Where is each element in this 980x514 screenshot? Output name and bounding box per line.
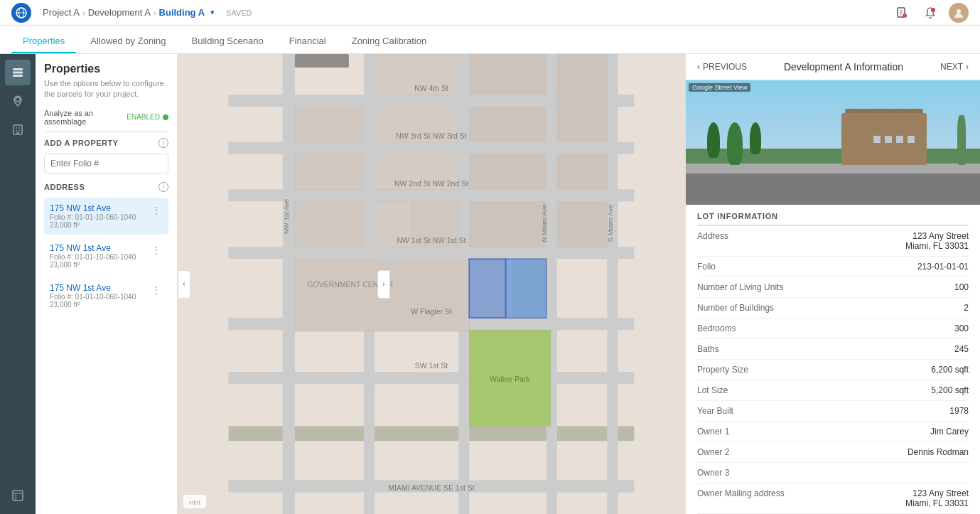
svg-rect-36	[546, 54, 557, 514]
svg-rect-39	[295, 154, 364, 189]
previous-label: PREVIOUS	[703, 62, 747, 72]
tab-allowed-zoning[interactable]: Allowed by Zoning	[79, 30, 177, 53]
hint-icon-btn[interactable]	[5, 483, 31, 508]
avatar[interactable]	[949, 3, 969, 23]
address-item-1-size: 23,000 ft²	[50, 261, 136, 269]
lot-row-folio: Folio 213-01-01-01	[697, 257, 969, 277]
divider-1	[44, 132, 168, 132]
address-item-0-menu[interactable]: ⋮	[150, 203, 163, 218]
building-dropdown-icon[interactable]: ▾	[210, 8, 215, 17]
address-item-0-content: 175 NW 1st Ave Folio #: 01-01-10-060-104…	[50, 203, 136, 229]
address-section: ADDRESS i 175 NW 1st Ave Folio #: 01-01-…	[44, 182, 168, 314]
svg-rect-16	[16, 127, 17, 129]
saved-status: SAVED	[226, 9, 252, 17]
address-item-0-folio: Folio #: 01-01-10-060-1040	[50, 213, 136, 221]
next-button[interactable]: NEXT ›	[940, 62, 969, 72]
tab-building-scenario[interactable]: Building Scenario	[180, 30, 274, 53]
lot-label-owner3: Owner 3	[697, 468, 833, 478]
address-item-0[interactable]: 175 NW 1st Ave Folio #: 01-01-10-060-104…	[44, 198, 168, 235]
lot-label-baths: Baths	[697, 344, 833, 354]
address-item-2-folio: Folio #: 01-01-10-060-1040	[50, 293, 136, 301]
lot-value-owner1: Jim Carey	[833, 427, 969, 437]
location-icon-btn[interactable]	[5, 88, 31, 114]
breadcrumb-building[interactable]: Building A	[159, 7, 205, 18]
svg-rect-20	[16, 132, 19, 134]
svg-rect-38	[295, 107, 364, 141]
next-chevron-icon: ›	[966, 62, 969, 72]
lot-row-year-built: Year Built 1978	[697, 401, 969, 422]
svg-rect-40	[295, 201, 364, 247]
svg-rect-48	[469, 107, 546, 141]
svg-rect-60	[469, 259, 505, 318]
svg-text:SW 1st St: SW 1st St	[415, 362, 448, 370]
svg-rect-17	[18, 127, 20, 129]
street-view-label: Google Street View	[689, 83, 750, 92]
svg-rect-72	[295, 54, 349, 68]
svg-text:!: !	[904, 14, 905, 18]
address-item-0-name: 175 NW 1st Ave	[50, 203, 136, 213]
lot-label-living-units: Number of Living Units	[697, 282, 833, 292]
folio-input[interactable]	[44, 154, 168, 173]
svg-text:N Miami Ave: N Miami Ave	[540, 204, 548, 242]
svg-rect-49	[469, 154, 546, 189]
svg-rect-13	[13, 75, 23, 77]
svg-rect-53	[557, 54, 607, 142]
address-header: ADDRESS i	[44, 182, 168, 192]
lot-value-year-built: 1978	[833, 406, 969, 416]
svg-rect-11	[13, 68, 23, 70]
lot-label-property-size: Property Size	[697, 365, 833, 375]
lot-row-property-size: Property Size 6,200 sqft	[697, 360, 969, 380]
add-property-info-icon[interactable]: i	[158, 138, 168, 148]
svg-text:NW 1st Ave: NW 1st Ave	[282, 199, 290, 234]
lot-value-mailing-address: 123 Any StreetMiami, FL 33031	[833, 488, 969, 508]
top-nav-right: !	[892, 3, 969, 23]
address-item-1-menu[interactable]: ⋮	[150, 243, 163, 257]
svg-rect-47	[469, 54, 546, 95]
layers-icon-btn[interactable]	[5, 60, 31, 85]
svg-text:NW 2nd St  NW 2nd St: NW 2nd St NW 2nd St	[394, 180, 468, 188]
address-item-1[interactable]: 175 NW 1st Ave Folio #: 01-01-10-060-104…	[44, 237, 168, 274]
app-logo	[11, 3, 31, 23]
address-info-icon[interactable]: i	[158, 182, 168, 192]
breadcrumb-project[interactable]: Project A	[43, 7, 80, 18]
sidebar-icon-panel	[0, 54, 36, 514]
map-area[interactable]: GOVERNMENT CENTER Walker Park NW 4th St …	[178, 54, 685, 514]
assemblage-row: Analyze as an assemblage ENABLED	[44, 109, 168, 126]
lot-value-bedrooms: 300	[833, 323, 969, 333]
breadcrumb-sep-2: ›	[154, 9, 156, 17]
svg-text:NW 3rd St  NW 3rd St: NW 3rd St NW 3rd St	[396, 132, 466, 140]
tab-properties[interactable]: Properties	[11, 30, 76, 53]
svg-point-14	[16, 97, 20, 102]
panel-collapse-right[interactable]: ›	[377, 270, 390, 299]
address-item-2-size: 23,000 ft²	[50, 301, 136, 309]
lot-label-num-buildings: Number of Buildings	[697, 303, 833, 313]
document-icon-btn[interactable]: !	[892, 3, 912, 23]
tab-bar: Properties Allowed by Zoning Building Sc…	[0, 26, 980, 54]
building-icon-btn[interactable]	[5, 117, 31, 142]
tab-zoning-calibration[interactable]: Zoning Calibration	[340, 30, 438, 53]
address-item-2-menu[interactable]: ⋮	[150, 283, 163, 297]
panel-collapse-left[interactable]: ‹	[178, 270, 190, 299]
lot-label-address: Address	[697, 231, 833, 241]
tab-financial[interactable]: Financial	[278, 30, 338, 53]
svg-text:S Miami Ave: S Miami Ave	[606, 205, 614, 242]
svg-text:W Flagler St: W Flagler St	[411, 308, 452, 316]
lot-label-owner2: Owner 2	[697, 447, 833, 457]
bell-icon-btn[interactable]	[920, 3, 940, 23]
lot-value-folio: 213-01-01-01	[833, 262, 969, 272]
address-label: ADDRESS	[44, 183, 85, 191]
lot-row-owner1: Owner 1 Jim Carey	[697, 422, 969, 442]
main-content: Properties Use the options below to conf…	[0, 54, 980, 514]
lot-row-baths: Baths 245	[697, 339, 969, 360]
lot-label-bedrooms: Bedrooms	[697, 323, 833, 333]
map-hint: Hint	[183, 495, 206, 508]
svg-rect-33	[283, 54, 295, 514]
breadcrumb-development[interactable]: Development A	[88, 7, 151, 18]
previous-button[interactable]: ‹ PREVIOUS	[697, 62, 747, 72]
next-label: NEXT	[940, 62, 963, 72]
address-item-2[interactable]: 175 NW 1st Ave Folio #: 01-01-10-060-104…	[44, 277, 168, 314]
add-property-label: ADD A PROPERTY	[44, 139, 119, 147]
lot-row-num-buildings: Number of Buildings 2	[697, 298, 969, 318]
svg-rect-18	[16, 130, 17, 132]
lot-value-address: 123 Any StreetMiami, FL 33031	[833, 231, 969, 251]
